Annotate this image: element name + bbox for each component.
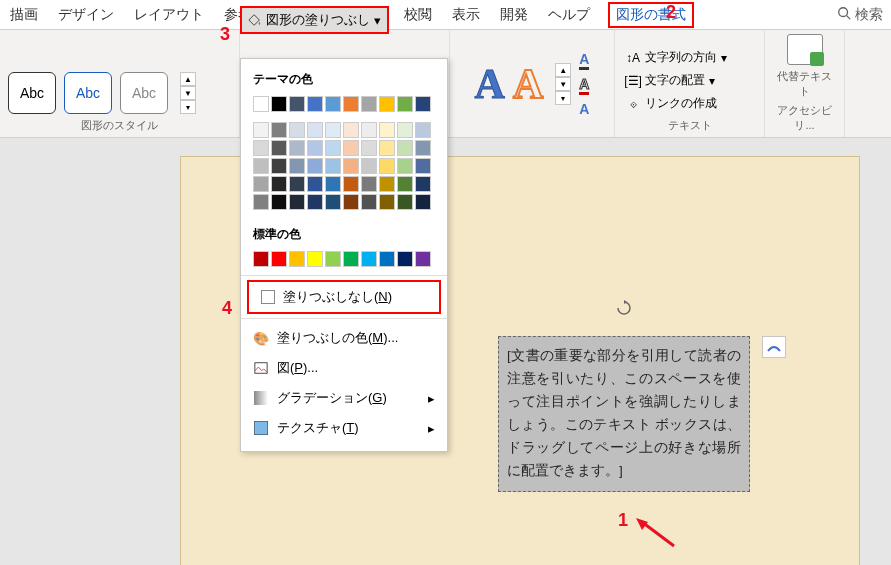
color-swatch[interactable]	[271, 194, 287, 210]
color-swatch[interactable]	[343, 176, 359, 192]
color-swatch[interactable]	[289, 140, 305, 156]
color-swatch[interactable]	[307, 176, 323, 192]
style-option-3[interactable]: Abc	[120, 72, 168, 114]
text-effects-icon[interactable]: A	[579, 101, 589, 117]
no-fill-item[interactable]: 塗りつぶしなし(N)	[247, 280, 441, 314]
color-swatch[interactable]	[289, 122, 305, 138]
style-nav-more[interactable]: ▾	[180, 100, 196, 114]
color-swatch[interactable]	[325, 122, 341, 138]
color-swatch[interactable]	[289, 251, 305, 267]
color-swatch[interactable]	[361, 140, 377, 156]
color-swatch[interactable]	[379, 176, 395, 192]
color-swatch[interactable]	[253, 96, 269, 112]
color-swatch[interactable]	[361, 122, 377, 138]
color-swatch[interactable]	[415, 140, 431, 156]
color-swatch[interactable]	[415, 194, 431, 210]
tab-review[interactable]: 校閲	[402, 2, 434, 28]
color-swatch[interactable]	[343, 251, 359, 267]
search-box[interactable]: 検索	[837, 6, 883, 24]
color-swatch[interactable]	[325, 176, 341, 192]
color-swatch[interactable]	[415, 251, 431, 267]
color-swatch[interactable]	[361, 176, 377, 192]
tab-help[interactable]: ヘルプ	[546, 2, 592, 28]
create-link-button[interactable]: ⟐ リンクの作成	[623, 93, 756, 114]
style-nav-down[interactable]: ▼	[180, 86, 196, 100]
color-swatch[interactable]	[271, 158, 287, 174]
color-swatch[interactable]	[307, 251, 323, 267]
shape-fill-button[interactable]: 図形の塗りつぶし ▾	[240, 6, 389, 34]
text-fill-icon[interactable]: A	[579, 51, 589, 70]
color-swatch[interactable]	[289, 158, 305, 174]
color-swatch[interactable]	[271, 251, 287, 267]
color-swatch[interactable]	[289, 96, 305, 112]
color-swatch[interactable]	[307, 96, 323, 112]
color-swatch[interactable]	[307, 158, 323, 174]
tab-draw[interactable]: 描画	[8, 2, 40, 28]
color-swatch[interactable]	[361, 194, 377, 210]
gradient-item[interactable]: グラデーション(G) ▸	[241, 383, 447, 413]
rotation-handle[interactable]	[616, 300, 632, 316]
alt-text-icon[interactable]	[787, 34, 823, 65]
textbox[interactable]: [文書の重要な部分を引用して読者の注意を引いたり、このスペースを使って注目ポイン…	[498, 336, 750, 492]
text-direction-button[interactable]: ↕A 文字列の方向 ▾	[623, 47, 756, 68]
color-swatch[interactable]	[253, 176, 269, 192]
color-swatch[interactable]	[253, 140, 269, 156]
color-swatch[interactable]	[397, 140, 413, 156]
color-swatch[interactable]	[253, 122, 269, 138]
color-swatch[interactable]	[307, 140, 323, 156]
texture-item[interactable]: テクスチャ(T) ▸	[241, 413, 447, 443]
color-swatch[interactable]	[361, 158, 377, 174]
color-swatch[interactable]	[379, 194, 395, 210]
color-swatch[interactable]	[415, 96, 431, 112]
tab-shape-format[interactable]: 図形の書式	[608, 2, 694, 28]
color-swatch[interactable]	[289, 176, 305, 192]
color-swatch[interactable]	[289, 194, 305, 210]
tab-layout[interactable]: レイアウト	[132, 2, 206, 28]
wordart-nav-down[interactable]: ▼	[555, 77, 571, 91]
color-swatch[interactable]	[307, 122, 323, 138]
color-swatch[interactable]	[379, 251, 395, 267]
color-swatch[interactable]	[271, 140, 287, 156]
color-swatch[interactable]	[343, 158, 359, 174]
color-swatch[interactable]	[325, 96, 341, 112]
color-swatch[interactable]	[361, 251, 377, 267]
color-swatch[interactable]	[415, 122, 431, 138]
color-swatch[interactable]	[397, 122, 413, 138]
color-swatch[interactable]	[253, 194, 269, 210]
color-swatch[interactable]	[415, 176, 431, 192]
style-option-2[interactable]: Abc	[64, 72, 112, 114]
tab-developer[interactable]: 開発	[498, 2, 530, 28]
more-colors-item[interactable]: 🎨 塗りつぶしの色(M)...	[241, 323, 447, 353]
color-swatch[interactable]	[271, 96, 287, 112]
color-swatch[interactable]	[253, 251, 269, 267]
color-swatch[interactable]	[361, 96, 377, 112]
wordart-style-1[interactable]: A	[475, 60, 505, 108]
style-nav-up[interactable]: ▲	[180, 72, 196, 86]
color-swatch[interactable]	[307, 194, 323, 210]
color-swatch[interactable]	[397, 251, 413, 267]
text-outline-icon[interactable]: A	[579, 76, 589, 95]
color-swatch[interactable]	[325, 140, 341, 156]
color-swatch[interactable]	[271, 122, 287, 138]
wordart-style-2[interactable]: A	[513, 60, 543, 108]
color-swatch[interactable]	[343, 140, 359, 156]
color-swatch[interactable]	[379, 96, 395, 112]
layout-options-button[interactable]	[762, 336, 786, 358]
color-swatch[interactable]	[343, 96, 359, 112]
color-swatch[interactable]	[325, 158, 341, 174]
color-swatch[interactable]	[397, 176, 413, 192]
color-swatch[interactable]	[343, 122, 359, 138]
text-align-button[interactable]: [☰] 文字の配置 ▾	[623, 70, 756, 91]
color-swatch[interactable]	[325, 251, 341, 267]
color-swatch[interactable]	[253, 158, 269, 174]
color-swatch[interactable]	[343, 194, 359, 210]
style-option-1[interactable]: Abc	[8, 72, 56, 114]
color-swatch[interactable]	[397, 96, 413, 112]
wordart-nav-up[interactable]: ▲	[555, 63, 571, 77]
tab-view[interactable]: 表示	[450, 2, 482, 28]
tab-design[interactable]: デザイン	[56, 2, 116, 28]
color-swatch[interactable]	[415, 158, 431, 174]
color-swatch[interactable]	[379, 158, 395, 174]
color-swatch[interactable]	[397, 194, 413, 210]
color-swatch[interactable]	[271, 176, 287, 192]
